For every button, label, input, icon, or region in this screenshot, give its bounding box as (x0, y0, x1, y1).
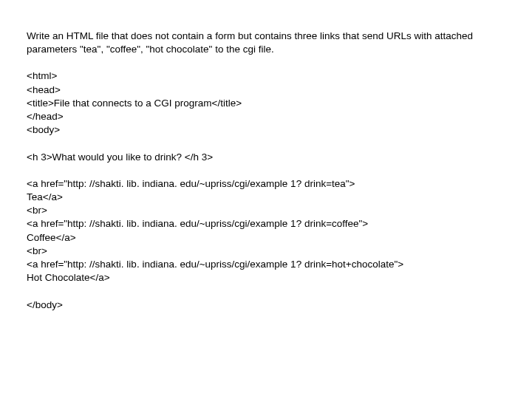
code-block-close: </body> (27, 299, 505, 312)
code-block-head: <html> <head> <title>File that connects … (27, 69, 505, 137)
document-page: Write an HTML file that does not contain… (0, 0, 532, 312)
code-block-links: <a href="http: //shakti. lib. indiana. e… (27, 177, 505, 285)
code-block-h3: <h 3>What would you like to drink? </h 3… (27, 151, 505, 164)
intro-paragraph: Write an HTML file that does not contain… (27, 30, 505, 56)
